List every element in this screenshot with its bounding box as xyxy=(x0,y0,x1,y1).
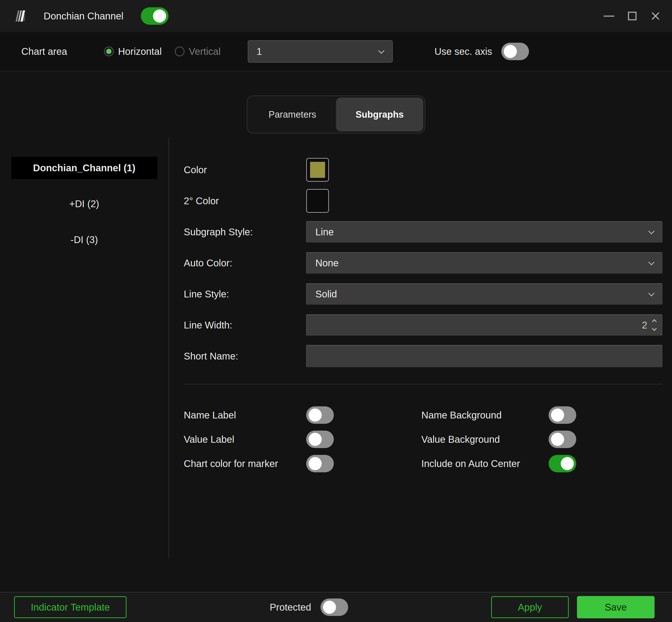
subgraph-style-row: Subgraph Style: Line xyxy=(184,216,662,247)
close-icon xyxy=(650,11,661,21)
line-width-label: Line Width: xyxy=(184,320,306,331)
tab-subgraphs[interactable]: Subgraphs xyxy=(336,98,423,132)
secondary-color-swatch[interactable] xyxy=(306,189,329,213)
color-swatch-fill xyxy=(310,162,325,178)
chevron-down-icon xyxy=(378,47,384,54)
main-area: Parameters Subgraphs Donchian_Channel (1… xyxy=(0,71,672,592)
value-background-label: Value Background xyxy=(421,434,549,445)
chevron-down-icon xyxy=(648,259,654,265)
value-label-toggle[interactable] xyxy=(306,430,334,448)
toggle-knob xyxy=(309,433,322,446)
spinner-down-icon[interactable] xyxy=(652,326,657,331)
minimize-button[interactable] xyxy=(597,4,621,28)
app-logo-icon xyxy=(14,9,27,23)
apply-button[interactable]: Apply xyxy=(491,596,569,618)
line-style-value: Solid xyxy=(315,289,337,300)
protected-group: Protected xyxy=(126,598,491,616)
subgraph-settings-panel: Color 2° Color Subgraph Style: xyxy=(169,138,672,559)
tab-bar: Parameters Subgraphs xyxy=(247,96,425,133)
toggle-knob xyxy=(153,9,166,23)
line-style-select[interactable]: Solid xyxy=(306,283,662,305)
toggle-knob xyxy=(504,45,517,58)
indicator-enabled-toggle[interactable] xyxy=(141,7,169,25)
include-auto-center-toggle[interactable] xyxy=(549,455,576,472)
toggle-knob xyxy=(561,457,574,470)
chart-area-row: Chart area Horizontal Vertical 1 Use sec… xyxy=(0,32,672,71)
chevron-down-icon xyxy=(648,290,654,296)
name-background-label: Name Background xyxy=(421,410,549,421)
radio-horizontal[interactable] xyxy=(104,46,114,56)
minimize-icon xyxy=(604,15,614,17)
protected-label: Protected xyxy=(270,602,311,613)
auto-color-select[interactable]: None xyxy=(306,252,662,274)
line-style-row: Line Style: Solid xyxy=(184,278,662,310)
window-controls xyxy=(597,4,667,28)
chart-area-select[interactable]: 1 xyxy=(248,40,393,63)
title-bar: Donchian Channel xyxy=(0,0,672,32)
toggle-knob xyxy=(309,409,322,422)
toggle-knob xyxy=(551,433,564,446)
name-label-toggle[interactable] xyxy=(306,406,334,424)
indicator-template-button[interactable]: Indicator Template xyxy=(14,596,126,618)
window-title: Donchian Channel xyxy=(44,11,123,22)
name-label-label: Name Label xyxy=(184,410,306,421)
close-button[interactable] xyxy=(644,4,667,28)
auto-color-row: Auto Color: None xyxy=(184,247,662,278)
color-label: Color xyxy=(184,165,306,175)
name-background-toggle[interactable] xyxy=(549,406,576,424)
line-width-stepper[interactable]: 2 xyxy=(306,314,662,336)
radio-vertical[interactable] xyxy=(175,46,185,56)
subgraph-style-select[interactable]: Line xyxy=(306,221,662,243)
line-width-row: Line Width: 2 xyxy=(184,310,662,341)
subgraph-style-label: Subgraph Style: xyxy=(184,227,306,238)
value-background-toggle[interactable] xyxy=(549,430,576,448)
spinner-up-icon[interactable] xyxy=(652,319,657,324)
secondary-color-label: 2° Color xyxy=(184,196,306,206)
color-row: Color xyxy=(184,154,662,185)
line-style-label: Line Style: xyxy=(184,289,306,300)
sidebar-item-plus-di[interactable]: +DI (2) xyxy=(11,193,157,215)
tab-parameters[interactable]: Parameters xyxy=(249,98,336,132)
auto-color-label: Auto Color: xyxy=(184,257,306,269)
chart-color-marker-toggle[interactable] xyxy=(306,455,334,472)
color-swatch[interactable] xyxy=(306,158,329,182)
short-name-input[interactable] xyxy=(306,345,662,367)
toggle-knob xyxy=(323,601,336,614)
maximize-button[interactable] xyxy=(621,4,644,28)
secondary-color-row: 2° Color xyxy=(184,185,662,216)
toggle-knob xyxy=(309,457,322,470)
chart-area-label: Chart area xyxy=(21,46,67,57)
sec-axis-label: Use sec. axis xyxy=(435,46,492,57)
subgraph-style-value: Line xyxy=(315,227,334,238)
section-divider xyxy=(184,384,662,384)
maximize-icon xyxy=(628,12,637,21)
radio-vertical-label[interactable]: Vertical xyxy=(189,46,221,57)
include-auto-center-label: Include on Auto Center xyxy=(421,458,549,469)
secondary-color-swatch-fill xyxy=(310,193,325,209)
sidebar-item-minus-di[interactable]: -DI (3) xyxy=(11,229,157,251)
spinner-arrows xyxy=(652,320,656,330)
sidebar-item-donchian-channel[interactable]: Donchian_Channel (1) xyxy=(11,157,157,179)
radio-horizontal-label[interactable]: Horizontal xyxy=(118,46,162,57)
subgraph-list: Donchian_Channel (1) +DI (2) -DI (3) xyxy=(0,138,169,559)
protected-toggle[interactable] xyxy=(321,598,348,616)
chart-color-marker-label: Chart color for marker xyxy=(184,458,306,469)
toggle-grid: Name Label Name Background Value Label V… xyxy=(184,406,662,472)
save-button[interactable]: Save xyxy=(577,596,655,618)
sec-axis-toggle[interactable] xyxy=(501,43,529,60)
tabs-wrap: Parameters Subgraphs xyxy=(0,71,672,133)
value-label-label: Value Label xyxy=(184,434,306,445)
line-width-value: 2 xyxy=(642,320,647,331)
auto-color-value: None xyxy=(315,257,339,269)
chevron-down-icon xyxy=(648,228,654,234)
toggle-knob xyxy=(551,409,564,422)
short-name-row: Short Name: xyxy=(184,341,662,372)
footer-bar: Indicator Template Protected Apply Save xyxy=(0,592,672,622)
content: Donchian_Channel (1) +DI (2) -DI (3) Col… xyxy=(0,138,672,559)
sec-axis-group: Use sec. axis xyxy=(435,43,529,60)
short-name-label: Short Name: xyxy=(184,351,306,362)
chart-area-select-value: 1 xyxy=(257,46,262,57)
orientation-radio-group: Horizontal Vertical xyxy=(104,46,229,57)
